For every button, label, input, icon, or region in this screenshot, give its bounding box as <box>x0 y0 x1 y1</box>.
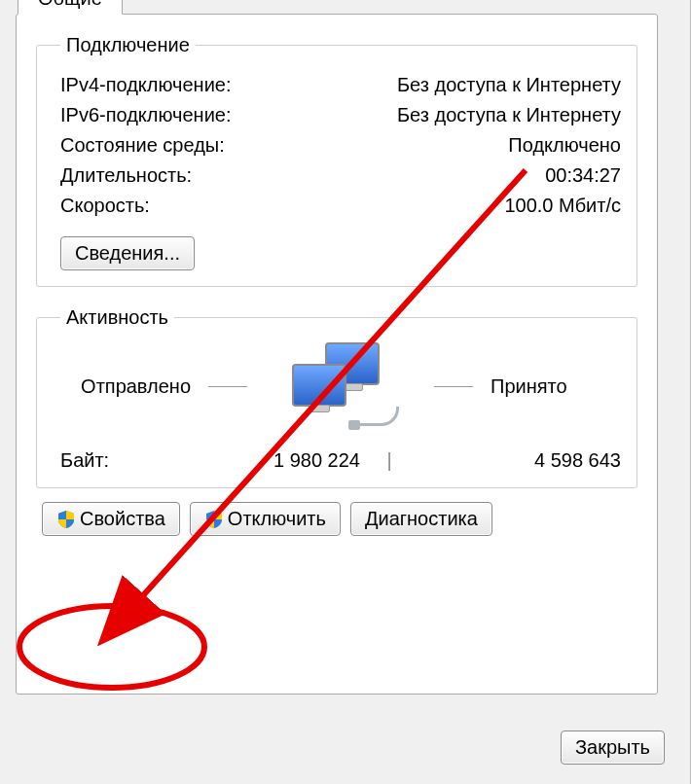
row-speed: Скорость: 100.0 Мбит/с <box>60 195 621 217</box>
recv-label: Принято <box>491 375 567 398</box>
activity-body: Отправлено Принято Байт: <box>60 342 621 472</box>
network-computers-icon <box>282 342 399 430</box>
tab-general[interactable]: Общие <box>18 0 123 15</box>
network-status-dialog: Общие Подключение IPv4-подключение: Без … <box>0 0 691 784</box>
bytes-row: Байт: 1 980 224 | 4 598 643 <box>60 449 621 472</box>
bytes-separator: | <box>380 449 399 472</box>
close-button-label: Закрыть <box>575 736 650 759</box>
details-button-label: Сведения... <box>75 242 180 265</box>
duration-value: 00:34:27 <box>545 164 621 187</box>
diagnose-button-label: Диагностика <box>365 508 478 530</box>
row-duration: Длительность: 00:34:27 <box>60 164 621 187</box>
bytes-sent: 1 980 224 <box>158 449 380 472</box>
shield-icon <box>56 510 76 529</box>
monitor-front-icon <box>292 364 346 407</box>
bytes-label: Байт: <box>60 449 158 472</box>
properties-button[interactable]: Свойства <box>42 502 180 536</box>
ipv4-value: Без доступа к Интернету <box>397 74 621 96</box>
sent-cell: Отправлено <box>60 375 263 398</box>
close-button[interactable]: Закрыть <box>561 731 665 765</box>
activity-header: Отправлено Принято <box>60 342 621 430</box>
divider <box>434 386 473 387</box>
tab-general-label: Общие <box>38 0 102 9</box>
connection-group: Подключение IPv4-подключение: Без доступ… <box>36 34 637 287</box>
ipv6-label: IPv6-подключение: <box>60 104 232 126</box>
duration-label: Длительность: <box>60 164 192 187</box>
tab-panel: Подключение IPv4-подключение: Без доступ… <box>16 14 658 695</box>
media-label: Состояние среды: <box>60 134 225 157</box>
row-media: Состояние среды: Подключено <box>60 134 621 157</box>
recv-cell: Принято <box>418 375 621 398</box>
ipv4-label: IPv4-подключение: <box>60 74 232 96</box>
connection-legend: Подключение <box>60 34 196 56</box>
media-value: Подключено <box>508 134 621 157</box>
ipv6-value: Без доступа к Интернету <box>397 104 621 126</box>
details-button[interactable]: Сведения... <box>60 236 195 270</box>
bytes-recv: 4 598 643 <box>399 449 621 472</box>
row-ipv4: IPv4-подключение: Без доступа к Интернет… <box>60 74 621 96</box>
shield-icon <box>204 510 224 529</box>
action-row: Свойства Отключить Диагностика <box>42 502 632 536</box>
divider <box>208 386 247 387</box>
activity-group: Активность Отправлено Прин <box>36 306 637 488</box>
properties-button-label: Свойства <box>80 508 165 530</box>
bottom-bar: Закрыть <box>561 731 665 765</box>
speed-label: Скорость: <box>60 195 150 217</box>
plug-icon <box>348 420 360 430</box>
sent-label: Отправлено <box>81 375 191 398</box>
diagnose-button[interactable]: Диагностика <box>350 502 492 536</box>
row-ipv6: IPv6-подключение: Без доступа к Интернет… <box>60 104 621 126</box>
disable-button-label: Отключить <box>228 508 326 530</box>
speed-value: 100.0 Мбит/с <box>504 195 621 217</box>
activity-legend: Активность <box>60 306 174 329</box>
disable-button[interactable]: Отключить <box>190 502 341 536</box>
cable-icon <box>354 407 399 426</box>
